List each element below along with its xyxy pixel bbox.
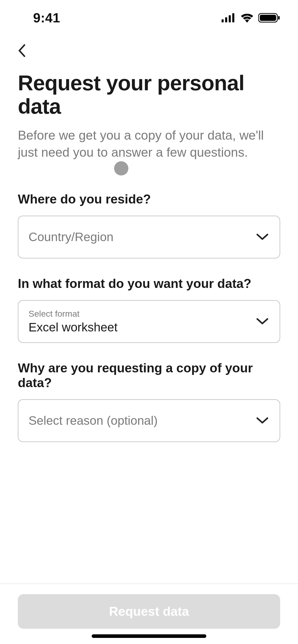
country-region-select[interactable]: Country/Region [18, 216, 280, 258]
question-reside: Where do you reside? [18, 192, 280, 207]
format-value: Excel worksheet [29, 320, 117, 334]
wifi-icon [240, 13, 254, 23]
svg-rect-3 [232, 13, 234, 22]
screen: 9:41 [0, 0, 298, 644]
question-reason: Why are you requesting a copy of your da… [18, 361, 280, 390]
content: Request your personal data Before we get… [0, 61, 298, 583]
reason-select[interactable]: Select reason (optional) [18, 399, 280, 442]
form-group-reason: Why are you requesting a copy of your da… [18, 361, 280, 442]
home-indicator [92, 634, 206, 638]
request-data-button[interactable]: Request data [18, 594, 280, 629]
svg-rect-0 [222, 19, 224, 22]
touch-indicator [114, 161, 128, 175]
chevron-down-icon [256, 317, 269, 326]
status-bar: 9:41 [0, 0, 298, 36]
back-button[interactable] [18, 41, 38, 61]
cellular-icon [222, 13, 236, 22]
chevron-down-icon [256, 232, 269, 242]
battery-icon [258, 13, 280, 23]
svg-rect-2 [229, 15, 231, 22]
form-group-reside: Where do you reside? Country/Region [18, 192, 280, 258]
question-format: In what format do you want your data? [18, 276, 280, 291]
form-group-format: In what format do you want your data? Se… [18, 276, 280, 343]
svg-rect-1 [225, 17, 227, 22]
format-select[interactable]: Select format Excel worksheet [18, 300, 280, 343]
svg-rect-6 [278, 16, 280, 20]
reason-placeholder: Select reason (optional) [29, 414, 158, 428]
status-time: 9:41 [33, 10, 60, 25]
svg-rect-5 [260, 15, 276, 21]
country-region-placeholder: Country/Region [29, 230, 114, 244]
chevron-down-icon [256, 416, 269, 425]
chevron-left-icon [18, 44, 26, 58]
status-icons [222, 13, 280, 23]
format-floating-label: Select format [29, 309, 79, 319]
page-subtitle: Before we get you a copy of your data, w… [18, 127, 280, 161]
nav-bar [0, 36, 298, 61]
page-title: Request your personal data [18, 71, 280, 118]
